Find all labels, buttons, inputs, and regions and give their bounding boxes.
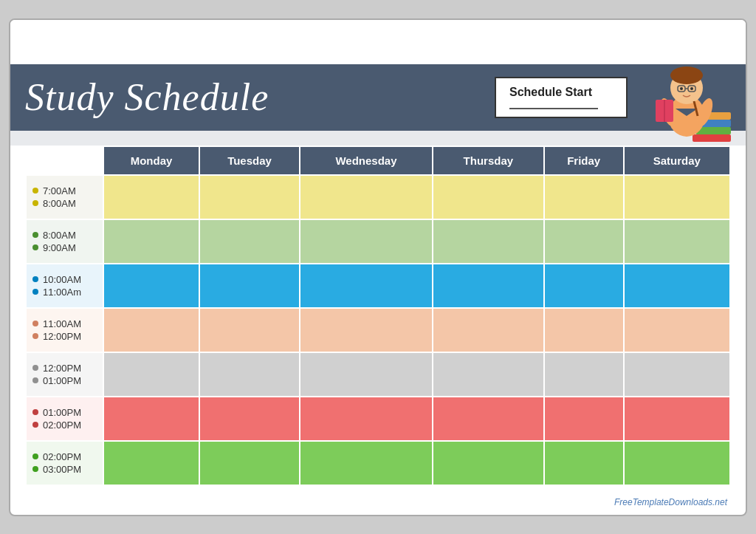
time-entry: 11:00AM <box>32 318 97 329</box>
time-label: 11:00Am <box>43 287 81 298</box>
schedule-cell[interactable] <box>199 441 300 485</box>
schedule-table-container: Monday Tuesday Wednesday Thursday Friday… <box>10 146 746 493</box>
time-label: 12:00PM <box>43 363 81 374</box>
schedule-cell[interactable] <box>103 308 199 352</box>
schedule-cell[interactable] <box>199 352 300 397</box>
schedule-cell[interactable] <box>300 441 433 485</box>
time-bullet <box>32 377 38 383</box>
time-entry: 11:00Am <box>32 287 97 298</box>
time-label: 11:00AM <box>43 318 81 329</box>
schedule-cell[interactable] <box>433 264 544 308</box>
schedule-start-label: Schedule Start <box>509 86 613 99</box>
time-bullet <box>32 321 38 326</box>
schedule-cell[interactable] <box>199 397 300 441</box>
time-label: 02:00PM <box>43 420 81 431</box>
time-entry: 01:00PM <box>32 407 97 418</box>
schedule-cell[interactable] <box>433 175 544 219</box>
schedule-cell[interactable] <box>544 352 624 397</box>
col-thursday: Thursday <box>433 146 544 175</box>
schedule-cell[interactable] <box>624 308 730 352</box>
time-entry: 10:00AM <box>32 274 97 285</box>
time-bullet <box>32 232 38 238</box>
schedule-cell[interactable] <box>199 264 300 308</box>
col-saturday: Saturday <box>624 146 730 175</box>
schedule-cell[interactable] <box>544 308 624 352</box>
schedule-cell[interactable] <box>624 264 730 308</box>
time-entry: 12:00PM <box>32 363 97 374</box>
time-bullet <box>32 188 38 194</box>
col-monday: Monday <box>103 146 199 175</box>
schedule-start-line <box>509 108 598 109</box>
schedule-cell[interactable] <box>300 175 433 219</box>
schedule-cell[interactable] <box>433 308 544 352</box>
schedule-cell[interactable] <box>300 352 433 397</box>
schedule-cell[interactable] <box>433 441 544 485</box>
time-bullet <box>32 422 38 428</box>
time-bullet <box>32 466 38 472</box>
time-cell: 02:00PM03:00PM <box>26 441 103 485</box>
schedule-table: Monday Tuesday Wednesday Thursday Friday… <box>25 146 731 486</box>
schedule-cell[interactable] <box>433 219 544 264</box>
svg-point-10 <box>680 87 683 90</box>
schedule-cell[interactable] <box>544 175 624 219</box>
header-band: Study Schedule Schedule Start <box>10 64 746 131</box>
schedule-cell[interactable] <box>199 219 300 264</box>
time-bullet <box>32 453 38 459</box>
col-wednesday: Wednesday <box>300 146 433 175</box>
schedule-cell[interactable] <box>433 352 544 397</box>
schedule-cell[interactable] <box>624 175 730 219</box>
schedule-cell[interactable] <box>544 397 624 441</box>
time-label: 8:00AM <box>43 198 76 209</box>
schedule-cell[interactable] <box>544 441 624 485</box>
time-entry: 01:00PM <box>32 375 97 386</box>
schedule-cell[interactable] <box>199 308 300 352</box>
time-bullet <box>32 365 38 371</box>
page-title: Study Schedule <box>25 75 269 119</box>
time-entry: 8:00AM <box>32 198 97 209</box>
time-bullet <box>32 276 38 282</box>
character-illustration <box>635 42 738 146</box>
table-row: 8:00AM9:00AM <box>26 219 730 264</box>
schedule-cell[interactable] <box>624 219 730 264</box>
time-cell: 01:00PM02:00PM <box>26 397 103 441</box>
table-row: 12:00PM01:00PM <box>26 352 730 397</box>
time-cell: 10:00AM11:00Am <box>26 264 103 308</box>
schedule-cell[interactable] <box>199 175 300 219</box>
schedule-cell[interactable] <box>624 352 730 397</box>
schedule-cell[interactable] <box>433 397 544 441</box>
empty-header-cell <box>26 146 103 175</box>
schedule-cell[interactable] <box>103 175 199 219</box>
schedule-cell[interactable] <box>103 441 199 485</box>
schedule-start-box: Schedule Start <box>495 77 628 118</box>
time-bullet <box>32 409 38 415</box>
schedule-cell[interactable] <box>103 219 199 264</box>
schedule-cell[interactable] <box>300 264 433 308</box>
time-label: 9:00AM <box>43 242 76 253</box>
schedule-cell[interactable] <box>103 397 199 441</box>
time-entry: 7:00AM <box>32 185 97 196</box>
time-entry: 03:00PM <box>32 464 97 475</box>
schedule-cell[interactable] <box>300 308 433 352</box>
schedule-cell[interactable] <box>300 219 433 264</box>
time-cell: 7:00AM8:00AM <box>26 175 103 219</box>
time-bullet <box>32 200 38 206</box>
schedule-cell[interactable] <box>300 397 433 441</box>
schedule-cell[interactable] <box>544 264 624 308</box>
footer-text: FreeTemplateDownloads.net <box>10 493 746 507</box>
time-label: 8:00AM <box>43 230 76 241</box>
time-cell: 12:00PM01:00PM <box>26 352 103 397</box>
time-label: 02:00PM <box>43 451 81 462</box>
schedule-cell[interactable] <box>103 352 199 397</box>
table-row: 02:00PM03:00PM <box>26 441 730 485</box>
time-entry: 02:00PM <box>32 420 97 431</box>
schedule-cell[interactable] <box>624 397 730 441</box>
table-row: 7:00AM8:00AM <box>26 175 730 219</box>
schedule-cell[interactable] <box>544 219 624 264</box>
schedule-cell[interactable] <box>624 441 730 485</box>
time-cell: 8:00AM9:00AM <box>26 219 103 264</box>
time-bullet <box>32 289 38 295</box>
time-entry: 8:00AM <box>32 230 97 241</box>
svg-rect-3 <box>693 134 731 142</box>
time-entry: 9:00AM <box>32 242 97 253</box>
schedule-cell[interactable] <box>103 264 199 308</box>
